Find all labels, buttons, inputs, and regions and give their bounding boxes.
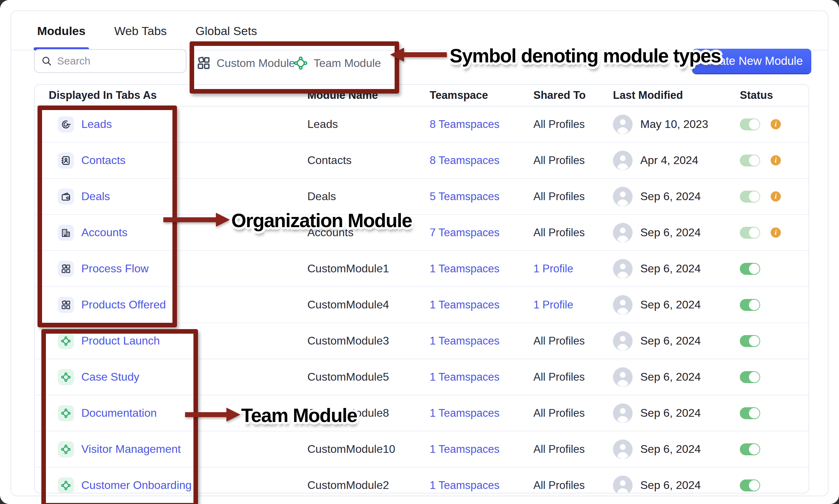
info-icon[interactable]: i [771, 119, 781, 129]
module-name: CustomModule1 [307, 262, 430, 275]
toggle-knob [749, 227, 759, 238]
shared-to-value: All Profiles [533, 443, 613, 456]
search-input[interactable] [56, 55, 170, 67]
status-toggle[interactable] [740, 407, 760, 419]
module-name: CustomModule5 [307, 370, 430, 383]
header-teamspace: Teamspace [430, 89, 533, 102]
last-modified-date: Sep 6, 2024 [640, 190, 701, 203]
avatar [613, 115, 633, 134]
toggle-knob [749, 336, 759, 346]
avatar [613, 223, 633, 243]
avatar [613, 476, 633, 494]
search-icon [41, 55, 52, 67]
tab-modules-label: Modules [37, 24, 86, 38]
tab-global-sets-label: Global Sets [196, 24, 257, 38]
screenshot-page: Modules Web Tabs Global Sets Custom Modu… [0, 0, 839, 504]
status-toggle[interactable] [740, 371, 760, 383]
status-toggle[interactable] [740, 443, 760, 455]
teamspace-link[interactable]: 1 Teamspaces [430, 299, 533, 311]
tab-web-tabs[interactable]: Web Tabs [113, 11, 168, 50]
toggle-knob [749, 155, 759, 166]
avatar [613, 367, 633, 387]
teamspace-link[interactable]: 1 Teamspaces [430, 479, 533, 492]
table-header-row: Displayed In Tabs As Module Name Teamspa… [35, 85, 809, 107]
teamspace-link[interactable]: 8 Teamspaces [430, 118, 533, 131]
module-name: Leads [307, 118, 430, 131]
shared-to-value: All Profiles [533, 479, 613, 492]
toggle-knob [749, 191, 759, 202]
last-modified-date: Sep 6, 2024 [640, 298, 701, 311]
shared-to-value: All Profiles [533, 190, 613, 203]
tab-web-tabs-label: Web Tabs [114, 24, 167, 38]
annotation-box-organization-modules [37, 105, 177, 327]
avatar [613, 403, 633, 423]
module-name: CustomModule4 [307, 298, 430, 311]
teamspace-link[interactable]: 5 Teamspaces [430, 190, 533, 203]
annotation-team-module-note: Team Module [241, 404, 357, 427]
tab-modules[interactable]: Modules [36, 11, 87, 50]
search-box[interactable] [34, 49, 186, 73]
info-icon[interactable]: i [771, 191, 781, 202]
status-toggle[interactable] [740, 299, 760, 311]
annotation-box-module-type-legend [190, 41, 399, 94]
toggle-knob [749, 372, 759, 382]
toggle-knob [749, 300, 759, 310]
avatar [613, 187, 633, 206]
avatar [613, 151, 633, 170]
status-toggle[interactable] [740, 335, 760, 347]
info-icon[interactable]: i [771, 155, 781, 165]
module-name: Contacts [307, 154, 430, 167]
annotation-arrow-right-icon [185, 407, 240, 422]
status-toggle[interactable] [740, 479, 760, 491]
teamspace-link[interactable]: 1 Teamspaces [430, 407, 533, 420]
module-name: Deals [307, 190, 430, 203]
last-modified-date: Sep 6, 2024 [640, 479, 701, 492]
annotation-arrow-right-icon [163, 212, 230, 227]
header-last-modified: Last Modified [613, 89, 740, 102]
annotation-organization-module-note: Organization Module [231, 209, 412, 232]
annotation-box-team-modules [41, 329, 198, 504]
annotation-arrow-left-icon [390, 47, 447, 62]
status-toggle[interactable] [740, 118, 760, 130]
last-modified-date: May 10, 2023 [640, 118, 708, 131]
avatar [613, 331, 633, 351]
shared-to-value: All Profiles [533, 118, 613, 131]
annotation-legend-note: Symbol denoting module types [450, 45, 721, 67]
teamspace-link[interactable]: 7 Teamspaces [430, 226, 533, 239]
info-icon[interactable]: i [771, 227, 781, 238]
header-status: Status [740, 89, 809, 102]
module-name: CustomModule3 [307, 334, 430, 347]
status-toggle[interactable] [740, 191, 760, 203]
teamspace-link[interactable]: 1 Teamspaces [430, 443, 533, 456]
shared-to-value: All Profiles [533, 335, 613, 347]
toggle-knob [749, 444, 759, 455]
last-modified-date: Sep 6, 2024 [640, 443, 701, 456]
toggle-knob [749, 480, 759, 491]
shared-to-value[interactable]: 1 Profile [533, 263, 613, 275]
last-modified-date: Sep 6, 2024 [640, 370, 701, 383]
teamspace-link[interactable]: 8 Teamspaces [430, 154, 533, 167]
header-shared-to: Shared To [533, 89, 613, 102]
shared-to-value[interactable]: 1 Profile [533, 299, 613, 311]
shared-to-value: All Profiles [533, 371, 613, 383]
avatar [613, 440, 633, 459]
toggle-knob [749, 119, 759, 130]
module-name: CustomModule2 [307, 479, 430, 492]
last-modified-date: Sep 6, 2024 [640, 407, 701, 420]
shared-to-value: All Profiles [533, 226, 613, 239]
last-modified-date: Apr 4, 2024 [640, 154, 698, 167]
shared-to-value: All Profiles [533, 407, 613, 420]
last-modified-date: Sep 6, 2024 [640, 262, 701, 275]
avatar [613, 295, 633, 315]
status-toggle[interactable] [740, 263, 760, 275]
teamspace-link[interactable]: 1 Teamspaces [430, 371, 533, 383]
status-toggle[interactable] [740, 155, 760, 166]
last-modified-date: Sep 6, 2024 [640, 334, 701, 347]
teamspace-link[interactable]: 1 Teamspaces [430, 263, 533, 275]
last-modified-date: Sep 6, 2024 [640, 226, 701, 239]
shared-to-value: All Profiles [533, 154, 613, 167]
teamspace-link[interactable]: 1 Teamspaces [430, 335, 533, 347]
toggle-knob [749, 264, 759, 274]
status-toggle[interactable] [740, 227, 760, 239]
avatar [613, 259, 633, 279]
